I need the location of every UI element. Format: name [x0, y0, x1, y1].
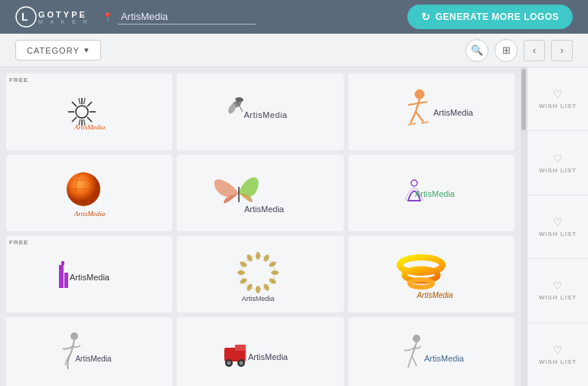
logo-svg-3: ArtisMedia	[389, 85, 473, 139]
svg-point-49	[246, 254, 253, 263]
toolbar-right: 🔍 ⊞ ‹ ›	[466, 39, 573, 62]
logo-card-3[interactable]: ArtisMedia	[348, 74, 514, 150]
svg-rect-33	[59, 265, 64, 288]
maker-label: M A K E R	[38, 19, 90, 25]
svg-text:ArtisMedia: ArtisMedia	[433, 108, 473, 117]
logo-card-10[interactable]: ArtisMedia	[6, 317, 172, 386]
svg-rect-34	[64, 273, 68, 288]
svg-line-9	[72, 117, 77, 122]
chevron-right-icon: ›	[560, 44, 564, 56]
svg-text:ArtisMedia: ArtisMedia	[75, 355, 112, 363]
svg-point-40	[268, 260, 277, 267]
svg-rect-58	[235, 345, 246, 351]
filter-icon: ⊞	[502, 44, 511, 56]
svg-point-46	[239, 276, 248, 284]
svg-line-10	[87, 117, 92, 122]
category-button[interactable]: CATEGORY ▾	[15, 40, 101, 61]
logotype-label: GOTYPE	[38, 10, 90, 19]
svg-point-62	[239, 361, 243, 365]
free-badge-7: FREE	[9, 239, 28, 246]
svg-point-45	[246, 283, 253, 292]
logo-card-7[interactable]: FREE ArtisMedia	[6, 236, 172, 312]
svg-line-12	[83, 98, 85, 104]
main-area: FREE ArtisMed	[0, 67, 588, 386]
logo-card-12[interactable]: ArtisMedia	[348, 317, 514, 386]
logo-svg-5: ArtisMedia	[214, 162, 306, 224]
svg-text:ArtisMedia: ArtisMedia	[73, 123, 105, 131]
svg-text:ArtisMedia: ArtisMedia	[248, 352, 289, 361]
logo-card-6[interactable]: ArtisMedia	[348, 155, 514, 231]
svg-point-2	[76, 106, 88, 118]
generate-logos-button[interactable]: ↻ GENERATE MORE LOGOS	[407, 5, 573, 29]
logo-svg-8: ArtisMedia	[226, 246, 295, 303]
svg-text:ArtisMedia: ArtisMedia	[424, 354, 465, 363]
svg-point-48	[239, 260, 248, 267]
wishlist-label-5: WISH LIST	[539, 358, 577, 365]
logo-svg-10: ArtisMedia	[51, 327, 128, 384]
search-bar-pin-icon: 📍	[103, 12, 113, 22]
svg-text:ArtisMedia: ArtisMedia	[244, 204, 285, 214]
logo-card-2[interactable]: ArtisMedia	[177, 74, 343, 150]
svg-point-65	[413, 335, 420, 342]
logo-svg-9: ArtisMedia	[389, 246, 473, 303]
svg-line-8	[87, 102, 92, 106]
chevron-left-icon: ‹	[533, 44, 536, 56]
category-label: CATEGORY	[27, 46, 80, 55]
logo-card-5[interactable]: ArtisMedia	[177, 155, 343, 231]
wishlist-item-5[interactable]: ♡ WISH LIST	[528, 323, 588, 386]
logo-svg-6: ArtisMedia	[385, 166, 477, 220]
svg-rect-35	[61, 261, 64, 265]
scrollbar-thumb[interactable]	[521, 69, 526, 130]
logo-card-4[interactable]: ArtisMedia	[6, 155, 172, 231]
toolbar: CATEGORY ▾ 🔍 ⊞ ‹ ›	[0, 34, 588, 67]
heart-icon-5: ♡	[553, 344, 563, 356]
svg-line-11	[79, 98, 80, 104]
wishlist-item-4[interactable]: ♡ WISH LIST	[528, 259, 588, 322]
logo-card-8[interactable]: ArtisMedia	[177, 236, 343, 312]
logo-svg-11: ArtisMedia	[218, 331, 302, 381]
filter-button[interactable]: ⊞	[495, 39, 518, 62]
search-input[interactable]	[118, 9, 256, 25]
next-page-button[interactable]: ›	[551, 40, 573, 61]
svg-point-31	[411, 180, 417, 186]
heart-icon-4: ♡	[553, 280, 563, 292]
logo-area: L GOTYPE M A K E R	[15, 6, 90, 28]
search-icon: 🔍	[471, 44, 483, 56]
svg-point-47	[237, 270, 245, 275]
svg-point-42	[268, 276, 277, 284]
logo-svg-4: ArtisMedia	[63, 166, 116, 220]
wishlist-item-3[interactable]: ♡ WISH LIST	[528, 195, 588, 259]
svg-text:ArtisMedia: ArtisMedia	[416, 291, 454, 299]
refresh-icon: ↻	[421, 11, 431, 23]
wishlist-item-2[interactable]: ♡ WISH LIST	[528, 131, 588, 195]
logo-card-9[interactable]: ArtisMedia	[348, 236, 514, 312]
logo-card-1[interactable]: FREE ArtisMed	[6, 74, 172, 150]
svg-point-21	[415, 90, 424, 99]
heart-icon-1: ♡	[553, 88, 563, 100]
wishlist-label-1: WISH LIST	[539, 103, 577, 110]
svg-text:ArtisMedia: ArtisMedia	[242, 295, 275, 303]
scrollbar-track[interactable]	[521, 67, 527, 386]
wishlist-sidebar: ♡ WISH LIST ♡ WISH LIST ♡ WISH LIST ♡ WI…	[527, 67, 588, 386]
svg-text:ArtisMedia: ArtisMedia	[244, 110, 288, 119]
logo-grid: FREE ArtisMed	[0, 67, 521, 386]
wishlist-item-1[interactable]: ♡ WISH LIST	[528, 67, 588, 131]
wishlist-label-3: WISH LIST	[539, 231, 577, 237]
logo-svg-12: ArtisMedia	[389, 331, 473, 381]
heart-icon-2: ♡	[553, 152, 563, 165]
svg-point-55	[70, 332, 78, 340]
wishlist-label-2: WISH LIST	[539, 167, 577, 174]
logo-svg-7: ArtisMedia	[47, 250, 132, 299]
chevron-down-icon: ▾	[84, 45, 90, 55]
logo-card-11[interactable]: ArtisMedia	[177, 317, 343, 386]
heart-icon-3: ♡	[553, 216, 563, 228]
logo-icon: L	[15, 6, 37, 28]
header: L GOTYPE M A K E R 📍 ↻ GENERATE MORE LOG…	[0, 0, 588, 34]
svg-point-37	[241, 256, 275, 290]
logo-svg-2: ArtisMedia	[226, 89, 295, 135]
generate-logos-label: GENERATE MORE LOGOS	[436, 11, 559, 22]
svg-text:ArtisMedia: ArtisMedia	[415, 189, 456, 198]
prev-page-button[interactable]: ‹	[524, 40, 545, 61]
search-button[interactable]: 🔍	[466, 39, 488, 62]
svg-text:ArtisMedia: ArtisMedia	[70, 273, 110, 282]
